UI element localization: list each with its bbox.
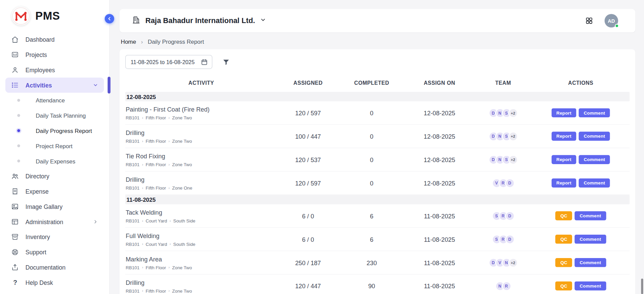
activity-name: Full Welding (126, 232, 277, 239)
activity-location: RB101›Fifth Floor›Zone Two (126, 265, 277, 270)
team-cell: DNS+2 (474, 132, 532, 141)
directory-icon (11, 172, 19, 180)
chevron-right-icon (93, 219, 98, 224)
sidebar-item-directory[interactable]: Directory (5, 169, 104, 184)
filter-row: 11-08-2025 to 16-08-2025 (125, 54, 630, 74)
sidebar-item-help-desk[interactable]: ?Help Desk (5, 275, 104, 290)
report-button[interactable]: Report (551, 178, 576, 188)
chevron-right-icon: › (168, 185, 170, 190)
sidebar-item-expense[interactable]: Expense (5, 184, 104, 199)
filter-icon[interactable] (222, 58, 230, 66)
avatar[interactable]: AD (605, 14, 618, 27)
location-segment: RB101 (126, 241, 140, 247)
sidebar-subitem-label: Attendance (36, 97, 65, 103)
team-avatar-chip[interactable]: R (502, 281, 511, 291)
comment-button[interactable]: Comment (579, 178, 610, 188)
sidebar-subitem-daily-progress-report[interactable]: Daily Progress Report (0, 123, 109, 138)
app: PMS DashboardProjectsEmployeesActivities… (0, 0, 644, 294)
gallery-icon (11, 202, 19, 211)
column-header-assigned: ASSIGNED (277, 80, 339, 86)
assigned-value: 120 / 537 (277, 156, 339, 163)
date-group-header: 12-08-2025 (125, 92, 630, 101)
qc-button[interactable]: QC (555, 211, 572, 220)
comment-button[interactable]: Comment (575, 235, 606, 244)
comment-button[interactable]: Comment (575, 281, 606, 291)
activity-location: RB101›Fifth Floor›Zone Two (126, 115, 277, 120)
comment-button[interactable]: Comment (579, 108, 610, 117)
report-button[interactable]: Report (551, 132, 576, 141)
qc-button[interactable]: QC (555, 235, 572, 244)
sidebar-item-label: Directory (25, 173, 49, 179)
sidebar-item-employees[interactable]: Employees (5, 62, 104, 78)
column-header-activity: ACTIVITY (125, 80, 277, 86)
table-row: Marking AreaRB101›Fifth Floor›Zone Two25… (125, 251, 630, 274)
administration-icon (11, 218, 19, 226)
brand-name: PMS (35, 9, 60, 22)
assigned-value: 6 / 0 (277, 236, 339, 243)
sidebar-subitem-attendance[interactable]: Attendance (0, 93, 109, 108)
assigned-value: 250 / 187 (277, 259, 339, 266)
qc-button[interactable]: QC (555, 258, 572, 267)
actions-cell: QCComment (532, 281, 630, 291)
main-area: Raja Bahadur International Ltd. AD Home … (110, 0, 644, 294)
actions-cell: ReportComment (532, 108, 630, 117)
location-segment: Fifth Floor (146, 115, 166, 120)
sidebar-item-activities[interactable]: Activities (5, 78, 104, 93)
company-name: Raja Bahadur International Ltd. (145, 16, 255, 25)
team-avatars: SRD (492, 234, 515, 244)
sidebar-subitem-project-report[interactable]: Project Report (0, 138, 109, 154)
team-avatar-chip[interactable]: D (505, 234, 514, 244)
apps-grid-icon[interactable] (585, 17, 593, 25)
qc-button[interactable]: QC (555, 281, 572, 291)
sidebar-item-image-gallary[interactable]: Image Gallary (5, 199, 104, 214)
column-header-assign-on: ASSIGN ON (405, 80, 475, 86)
comment-button[interactable]: Comment (579, 132, 610, 141)
chevron-right-icon: › (142, 218, 143, 222)
sidebar-collapse-button[interactable] (105, 14, 114, 23)
sidebar-item-projects[interactable]: Projects (5, 47, 104, 62)
chevron-right-icon: › (168, 265, 170, 269)
comment-button[interactable]: Comment (579, 155, 610, 164)
activity-cell: DrillingRB101›Fifth Floor›Zone One (125, 176, 277, 190)
scrollbar-thumb[interactable] (641, 278, 643, 294)
topbar: Raja Bahadur International Ltd. AD (119, 9, 636, 33)
sidebar-item-label: Inventory (25, 234, 50, 240)
activity-cell: Tack WeldingRB101›Court Yard›South Side (125, 209, 277, 223)
team-avatar-chip[interactable]: D (505, 211, 514, 220)
activity-cell: Full WeldingRB101›Court Yard›South Side (125, 232, 277, 246)
sidebar-subitem-daily-task-planning[interactable]: Daily Task Planning (0, 108, 109, 123)
sidebar-item-label: Support (25, 249, 46, 255)
sidebar-item-documentation[interactable]: Documentation (5, 260, 104, 275)
team-cell: SRD (474, 211, 532, 220)
comment-button[interactable]: Comment (575, 211, 606, 220)
team-overflow-chip[interactable]: +2 (508, 155, 518, 164)
team-avatar-chip[interactable]: D (505, 178, 514, 188)
report-button[interactable]: Report (551, 108, 576, 117)
sidebar-item-label: Employees (25, 67, 55, 73)
completed-value: 90 (339, 282, 405, 290)
completed-value: 0 (339, 109, 405, 116)
location-segment: Zone Two (172, 265, 192, 270)
date-range-input[interactable]: 11-08-2025 to 16-08-2025 (125, 55, 212, 69)
company-selector[interactable]: Raja Bahadur International Ltd. (132, 15, 266, 26)
sidebar-item-administration[interactable]: Administration (5, 214, 104, 230)
sidebar-item-support[interactable]: Support (5, 244, 104, 260)
team-overflow-chip[interactable]: +2 (508, 108, 518, 118)
team-overflow-chip[interactable]: +2 (508, 132, 518, 141)
team-cell: VRD (474, 178, 532, 188)
actions-cell: ReportComment (532, 155, 630, 164)
sidebar-item-dashboard[interactable]: Dashboard (5, 32, 104, 47)
sidebar-item-inventory[interactable]: Inventory (5, 229, 104, 244)
sidebar-subitem-daily-expenses[interactable]: Daily Expenses (0, 153, 109, 169)
comment-button[interactable]: Comment (575, 258, 606, 267)
assigned-value: 120 / 597 (277, 109, 339, 116)
actions-cell: ReportComment (532, 132, 630, 141)
team-overflow-chip[interactable]: +2 (508, 258, 518, 267)
breadcrumb-home[interactable]: Home (121, 39, 136, 45)
location-segment: Fifth Floor (146, 265, 166, 270)
date-range-value: 11-08-2025 to 16-08-2025 (131, 59, 195, 65)
activity-name: Tie Rod Fixing (126, 152, 277, 159)
team-cell: SRD (474, 234, 532, 244)
activity-name: Painting - First Coat (Fire Red) (126, 106, 277, 113)
report-button[interactable]: Report (551, 155, 576, 164)
